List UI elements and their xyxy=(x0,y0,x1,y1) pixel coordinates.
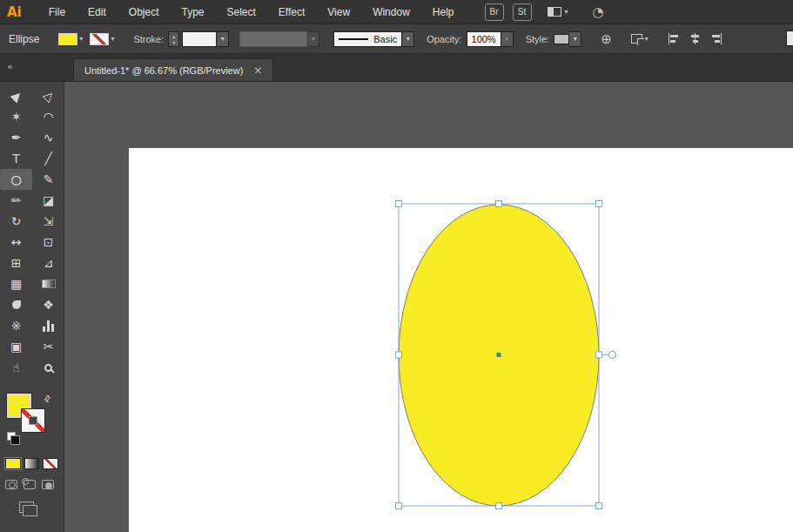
shape-builder-tool-icon: ⊞ xyxy=(11,257,22,269)
curvature-tool[interactable]: ∿ xyxy=(32,127,64,148)
draw-behind-button[interactable] xyxy=(24,480,36,489)
gradient-button[interactable] xyxy=(24,458,40,469)
tool-grid: ▶ ▷ ✶ ◠ ✒ ∿ T ╱ ○ ✎ ✏ ◪ ↻ ⇲ ↔ ⊡ ⊞ ⊿ ▦ ❖ … xyxy=(0,85,64,378)
selection-tool[interactable]: ▶ xyxy=(0,85,32,106)
fill-color-control[interactable]: ▾ xyxy=(58,33,83,45)
zoom-tool[interactable] xyxy=(32,357,64,378)
document-setup-button[interactable]: ▾ xyxy=(631,34,649,44)
change-screen-mode-button[interactable] xyxy=(19,502,34,513)
eyedropper-tool[interactable] xyxy=(0,294,32,315)
swap-fill-stroke-icon[interactable]: ⇄ xyxy=(41,393,53,405)
center-anchor-point[interactable] xyxy=(497,353,501,357)
menu-window[interactable]: Window xyxy=(361,6,421,18)
canvas-area[interactable] xyxy=(64,82,793,532)
color-button[interactable] xyxy=(5,458,21,469)
workspace-switcher[interactable]: ▾ xyxy=(548,7,568,17)
perspective-grid-tool[interactable]: ⊿ xyxy=(32,253,64,273)
menu-type[interactable]: Type xyxy=(170,6,215,18)
width-tool[interactable]: ↔ xyxy=(0,232,32,253)
column-graph-tool[interactable] xyxy=(32,315,64,336)
handle-bottom-center[interactable] xyxy=(496,503,502,509)
chevron-down-icon: ▾ xyxy=(111,35,114,43)
collapse-tools-panel-icon[interactable]: « xyxy=(0,61,64,81)
ellipse-tool-icon: ○ xyxy=(10,173,21,185)
menu-file[interactable]: File xyxy=(37,6,77,18)
menu-view[interactable]: View xyxy=(316,6,361,18)
free-transform-tool[interactable]: ⊡ xyxy=(32,232,64,253)
blend-tool[interactable]: ❖ xyxy=(32,294,64,315)
artboard-tool[interactable]: ▣ xyxy=(0,336,32,357)
align-center-icon[interactable] xyxy=(689,33,702,44)
pencil-tool[interactable]: ✏ xyxy=(0,190,32,211)
handle-top-left[interactable] xyxy=(396,201,402,207)
lasso-tool[interactable]: ◠ xyxy=(32,106,64,127)
document-tab[interactable]: Untitled-1* @ 66.67% (RGB/Preview) × xyxy=(73,58,273,81)
hand-tool[interactable]: ☝ xyxy=(0,357,32,378)
menu-items: File Edit Object Type Select Effect View… xyxy=(37,6,466,18)
chevron-down-icon[interactable]: ▾ xyxy=(569,31,581,47)
performance-meter-icon[interactable]: ◔ xyxy=(593,4,604,20)
eraser-tool[interactable]: ◪ xyxy=(32,190,64,211)
stroke-color-control[interactable]: ▾ xyxy=(90,33,114,45)
align-right-icon[interactable] xyxy=(709,33,722,44)
menu-effect[interactable]: Effect xyxy=(267,6,316,18)
stroke-weight-value[interactable] xyxy=(182,31,217,47)
app-logo: Ai xyxy=(7,4,22,20)
handle-middle-left[interactable] xyxy=(396,352,402,358)
scale-tool[interactable]: ⇲ xyxy=(32,211,64,232)
symbol-sprayer-tool[interactable]: ※ xyxy=(0,315,32,336)
handle-top-center[interactable] xyxy=(496,201,502,207)
stroke-weight-stepper[interactable]: ▴ ▾ xyxy=(168,31,179,47)
handle-bottom-left[interactable] xyxy=(396,503,402,509)
align-left-icon[interactable] xyxy=(668,33,681,44)
shape-builder-tool[interactable]: ⊞ xyxy=(0,253,32,273)
chevron-down-icon[interactable]: ▾ xyxy=(217,31,229,47)
paintbrush-tool[interactable]: ✎ xyxy=(32,169,64,190)
menu-bar: Ai File Edit Object Type Select Effect V… xyxy=(0,0,793,24)
handle-top-right[interactable] xyxy=(596,201,602,207)
stroke-label[interactable]: Stroke: xyxy=(133,34,164,44)
magic-wand-tool[interactable]: ✶ xyxy=(0,106,32,127)
handle-middle-right[interactable] xyxy=(596,352,602,358)
chevron-down-icon[interactable]: ▾ xyxy=(402,31,414,47)
stroke-weight-combo[interactable]: ▾ xyxy=(182,31,229,47)
brush-definition-combo[interactable]: Basic ▾ xyxy=(333,31,414,47)
menu-object[interactable]: Object xyxy=(118,6,171,18)
rotate-tool[interactable]: ↻ xyxy=(0,211,32,232)
gradient-tool[interactable] xyxy=(32,273,64,294)
recolor-artwork-button[interactable]: ⊕ xyxy=(601,31,612,47)
ellipse-tool[interactable]: ○ xyxy=(0,169,32,190)
menu-edit[interactable]: Edit xyxy=(77,6,118,18)
handle-bottom-right[interactable] xyxy=(596,503,602,509)
width-tool-icon: ↔ xyxy=(11,236,22,248)
pen-tool[interactable]: ✒ xyxy=(0,127,32,148)
icon-part xyxy=(691,35,699,37)
default-fill-stroke-icon[interactable] xyxy=(7,432,16,441)
mesh-tool[interactable]: ▦ xyxy=(0,273,32,294)
type-tool[interactable]: T xyxy=(0,148,32,169)
none-button[interactable] xyxy=(43,458,58,469)
slice-tool[interactable]: ✂ xyxy=(32,336,64,357)
opacity-value[interactable]: 100% xyxy=(467,31,501,47)
opacity-combo[interactable]: 100% › xyxy=(467,31,514,47)
fill-swatch-icon xyxy=(58,33,77,45)
chevron-right-icon[interactable]: › xyxy=(501,31,514,47)
direct-selection-tool[interactable]: ▷ xyxy=(32,85,64,106)
clipped-control-icon[interactable] xyxy=(786,30,793,46)
stroke-none-swatch-icon xyxy=(90,33,109,45)
stock-button[interactable]: St xyxy=(513,3,532,21)
tab-close-icon[interactable]: × xyxy=(253,64,262,77)
menu-select[interactable]: Select xyxy=(216,6,267,18)
bridge-button[interactable]: Br xyxy=(485,3,504,21)
style-combo[interactable]: ▾ xyxy=(554,31,581,47)
style-label[interactable]: Style: xyxy=(526,34,550,44)
draw-normal-button[interactable] xyxy=(5,480,17,489)
line-segment-tool[interactable]: ╱ xyxy=(32,148,64,169)
artboard-tool-icon: ▣ xyxy=(10,340,22,353)
menu-help[interactable]: Help xyxy=(421,6,466,18)
opacity-label[interactable]: Opacity: xyxy=(427,34,461,44)
brush-definition-value[interactable]: Basic xyxy=(333,31,402,47)
icon-part xyxy=(29,416,37,425)
stroke-color-indicator[interactable] xyxy=(21,408,45,433)
draw-inside-button[interactable] xyxy=(42,480,54,489)
